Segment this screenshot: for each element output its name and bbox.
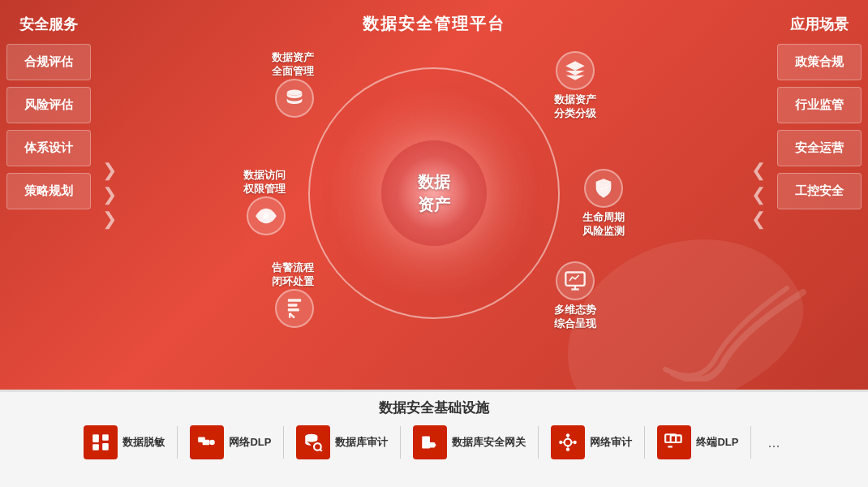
svg-rect-3 [288,304,298,307]
infra-item-db-audit[interactable]: 数据库审计 [296,425,388,459]
chevron-left-icon-2: ❮ [751,186,766,204]
db-gateway-label: 数据库安全网关 [452,435,526,450]
sidebar-item-industrial[interactable]: 工控安全 [777,173,862,209]
infra-items: 数据脱敏 网络DLP 数据库审计 数据库 [12,425,856,459]
right-chevron-container: ❮ ❮ ❮ [746,0,771,390]
node-data-classify[interactable]: 数据资产 分类分级 [554,51,596,121]
infra-item-db-gateway[interactable]: 数据库安全网关 [413,425,526,459]
svg-rect-10 [93,434,100,442]
db-audit-icon [296,425,330,459]
center-circle: 数据 资产 [381,140,487,246]
network-audit-icon [551,425,585,459]
alert-flow-icon [275,289,314,328]
infra-divider-4 [538,426,539,459]
main-container: 安全服务 合规评估 风险评估 体系设计 策略规划 ❯ ❯ ❯ 数据安全管理平台 … [0,0,868,487]
infra-item-network-audit[interactable]: 网络审计 [551,425,632,459]
svg-point-0 [287,89,303,95]
center-label: 数据 资产 [418,170,450,216]
node-access-control[interactable]: 数据访问 权限管理 [243,169,286,239]
sidebar-item-security-ops[interactable]: 安全运营 [777,130,862,166]
sidebar-item-strategy[interactable]: 策略规划 [6,173,91,209]
node-alert-flow[interactable]: 告警流程 闭环处置 [272,261,314,331]
sidebar-item-policy[interactable]: 政策合规 [777,44,862,80]
sidebar-item-system[interactable]: 体系设计 [6,130,91,166]
desensitize-icon [84,425,118,459]
db-audit-label: 数据库审计 [335,435,388,450]
top-section: 安全服务 合规评估 风险评估 体系设计 策略规划 ❯ ❯ ❯ 数据安全管理平台 … [0,0,868,390]
chevron-right-icon-1: ❯ [102,162,117,179]
node-data-asset-mgmt[interactable]: 数据资产 全面管理 [272,51,314,121]
svg-point-21 [565,439,572,446]
sidebar-item-compliance[interactable]: 合规评估 [6,44,91,80]
sidebar-item-risk[interactable]: 风险评估 [6,87,91,123]
svg-point-25 [574,441,577,444]
chevron-left-icon-1: ❮ [751,162,766,179]
network-dlp-icon [190,425,224,459]
center-area: 数据安全管理平台 数据 资产 数据资产 全面管理 [122,0,746,390]
chevron-right-icon-3: ❯ [102,210,117,228]
node-multi-situation[interactable]: 多维态势 综合呈现 [554,261,596,331]
svg-rect-15 [203,440,210,446]
right-sidebar-title: 应用场景 [777,8,862,44]
access-control-icon [247,196,286,235]
svg-line-19 [320,450,322,451]
infra-divider-5 [644,426,645,459]
node-data-asset-mgmt-label: 数据资产 全面管理 [272,51,314,79]
node-lifecycle-monitor-label: 生命周期 风险监测 [582,211,625,239]
desensitize-label: 数据脱敏 [122,435,165,450]
infra-divider-1 [177,426,178,459]
data-asset-mgmt-icon [275,79,314,118]
infra-item-network-dlp[interactable]: 网络DLP [190,425,271,459]
svg-point-23 [566,448,569,451]
network-dlp-label: 网络DLP [229,435,271,450]
node-alert-flow-label: 告警流程 闭环处置 [272,261,314,289]
svg-rect-12 [103,434,110,441]
right-sidebar: 应用场景 政策合规 行业监管 安全运营 工控安全 [771,0,868,390]
svg-rect-2 [288,299,301,302]
node-access-control-label: 数据访问 权限管理 [243,169,286,196]
svg-point-1 [264,213,269,218]
infra-item-terminal-dlp[interactable]: 终端DLP [657,425,738,459]
infra-item-desensitize[interactable]: 数据脱敏 [84,425,165,459]
svg-rect-13 [103,443,110,450]
chevron-left-icon-3: ❮ [751,210,766,228]
lifecycle-monitor-icon [584,169,623,208]
infra-divider-2 [283,426,284,459]
bottom-section: 数据安全基础设施 数据脱敏 网络DLP 数据库审计 [0,390,868,487]
svg-point-18 [315,443,322,450]
node-multi-situation-label: 多维态势 综合呈现 [554,304,596,331]
multi-situation-icon [556,261,595,300]
db-gateway-icon [413,425,447,459]
svg-point-24 [560,441,563,444]
node-data-classify-label: 数据资产 分类分级 [554,93,596,121]
sidebar-item-industry[interactable]: 行业监管 [777,87,862,123]
node-lifecycle-monitor[interactable]: 生命周期 风险监测 [582,169,625,239]
svg-rect-4 [288,308,299,312]
infra-divider-3 [400,426,401,459]
svg-point-22 [566,433,569,437]
infra-divider-6 [750,426,751,459]
terminal-dlp-icon [657,425,691,459]
left-sidebar: 安全服务 合规评估 风险评估 体系设计 策略规划 [0,0,97,390]
terminal-dlp-label: 终端DLP [696,435,738,450]
svg-rect-20 [423,436,431,448]
data-classify-icon [556,51,595,90]
left-chevron-container: ❯ ❯ ❯ [97,0,122,390]
orbit-diagram: 数据 资产 数据资产 全面管理 [239,43,629,343]
chevron-right-icon-2: ❯ [102,186,117,204]
svg-point-16 [210,440,216,446]
bottom-title: 数据安全基础设施 [12,399,856,417]
platform-title: 数据安全管理平台 [363,6,505,39]
left-sidebar-title: 安全服务 [6,8,91,44]
svg-rect-11 [93,444,100,450]
more-button[interactable]: ... [763,434,784,451]
network-audit-label: 网络审计 [590,435,632,450]
